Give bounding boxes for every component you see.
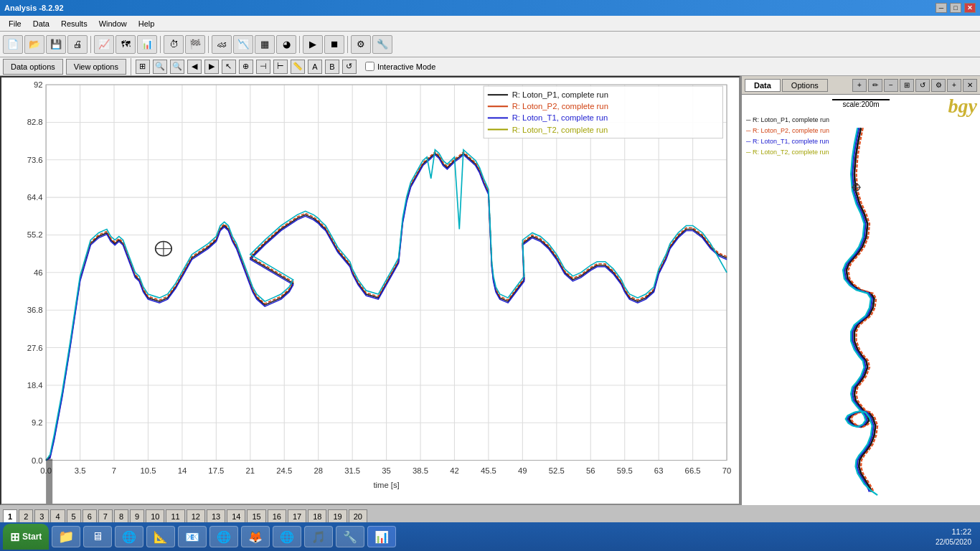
map-scale: scale:200m — [832, 99, 890, 108]
map-legend-item-p2: ─ R: Loton_P2, complete run — [746, 126, 829, 136]
tab-13[interactable]: 13 — [207, 509, 225, 522]
svg-text:R: Loton_P1, complete run: R: Loton_P1, complete run — [512, 91, 608, 99]
config2-button[interactable]: 🔧 — [372, 35, 392, 54]
rp-zoom-fit-button[interactable]: ⊞ — [900, 79, 914, 92]
window-title: Analysis -8.2.92 — [4, 4, 64, 12]
svg-text:17.5: 17.5 — [208, 466, 224, 474]
ref-button[interactable]: ⊕ — [239, 60, 253, 74]
taskbar-app-firefox[interactable]: 🦊 — [241, 526, 270, 547]
interactive-mode-area: Interactive Mode — [365, 62, 435, 71]
interactive-mode-checkbox[interactable] — [365, 62, 374, 71]
menu-file[interactable]: File — [3, 18, 27, 29]
tab-8[interactable]: 8 — [114, 509, 128, 522]
taskbar-app-browser2[interactable]: 🌐 — [209, 526, 238, 547]
pan-left-button[interactable]: ◀ — [187, 60, 202, 74]
checkered-button[interactable]: 🏁 — [185, 35, 205, 54]
maximize-button[interactable]: □ — [950, 3, 961, 13]
menu-data[interactable]: Data — [27, 18, 55, 29]
bar2-button[interactable]: ▦ — [255, 35, 275, 54]
close-button[interactable]: ✕ — [964, 3, 976, 13]
tab-20[interactable]: 20 — [349, 509, 367, 522]
data-options-button[interactable]: Data options — [3, 59, 63, 75]
line-chart-button[interactable]: 📈 — [94, 35, 114, 54]
tab-10[interactable]: 10 — [146, 509, 164, 522]
rp-add-button[interactable]: + — [947, 79, 961, 92]
start-button[interactable]: ⊞ Start — [3, 524, 49, 550]
taskbar-right: 11:22 22/05/2020 — [936, 527, 977, 546]
timer-button[interactable]: ⏱ — [164, 35, 184, 54]
taskbar-app-explorer[interactable]: 🖥 — [83, 526, 112, 547]
right-panel-options-tab[interactable]: Options — [782, 79, 828, 92]
tab-1[interactable]: 1 — [3, 509, 17, 522]
taskbar-analysis-app[interactable]: 📊 — [367, 526, 396, 547]
play-button[interactable]: ▶ — [303, 35, 323, 54]
open-button[interactable]: 📂 — [24, 35, 44, 54]
config-button[interactable]: ⚙ — [351, 35, 371, 54]
rp-header-row: Data Options + ✏ − ⊞ ↺ ⚙ + ✕ — [742, 76, 980, 95]
save-button[interactable]: 💾 — [46, 35, 66, 54]
tab-3[interactable]: 3 — [34, 509, 49, 522]
map-area[interactable]: scale:200m ─ R: Loton_P1, complete run ─… — [742, 95, 980, 505]
menu-window[interactable]: Window — [93, 18, 133, 29]
svg-text:56: 56 — [586, 466, 595, 474]
tab-14[interactable]: 14 — [227, 509, 245, 522]
rp-controls: + ✏ − ⊞ ↺ ⚙ + ✕ — [852, 79, 977, 92]
track-button[interactable]: 🏎 — [212, 35, 232, 54]
minimize-button[interactable]: ─ — [936, 3, 947, 13]
tab-15[interactable]: 15 — [247, 509, 265, 522]
zoom-in-button[interactable]: 🔍 — [153, 60, 167, 74]
cursor-button[interactable]: ↖ — [222, 60, 236, 74]
tab-4[interactable]: 4 — [50, 509, 65, 522]
new-button[interactable]: 📄 — [3, 35, 23, 54]
menu-results[interactable]: Results — [55, 18, 93, 29]
lock-button[interactable]: ⊢ — [273, 60, 288, 74]
rp-edit-button[interactable]: ✏ — [868, 79, 882, 92]
tab-16[interactable]: 16 — [268, 509, 286, 522]
tab-12[interactable]: 12 — [187, 509, 205, 522]
rp-zoom-out-button[interactable]: − — [884, 79, 898, 92]
tab-17[interactable]: 17 — [288, 509, 306, 522]
stop-button[interactable]: ⏹ — [324, 35, 344, 54]
pan-right-button[interactable]: ▶ — [204, 60, 219, 74]
ab-button[interactable]: ↺ — [342, 60, 357, 74]
tab-5[interactable]: 5 — [67, 509, 81, 522]
rp-zoom-in-button[interactable]: + — [852, 79, 867, 92]
tab-19[interactable]: 19 — [328, 509, 347, 522]
measure-button[interactable]: 📏 — [291, 60, 305, 74]
taskbar-app-settings[interactable]: 🔧 — [336, 526, 364, 547]
graph2-button[interactable]: 📉 — [233, 35, 253, 54]
rp-close-button[interactable]: ✕ — [963, 79, 977, 92]
tab-6[interactable]: 6 — [83, 509, 97, 522]
taskbar-app-mail[interactable]: 📧 — [178, 526, 207, 547]
tab-9[interactable]: 9 — [130, 509, 144, 522]
bar-chart-button[interactable]: 📊 — [137, 35, 157, 54]
map-button[interactable]: 🗺 — [116, 35, 136, 54]
rp-refresh-button[interactable]: ↺ — [915, 79, 930, 92]
zoom-fit-button[interactable]: ⊞ — [136, 60, 150, 74]
svg-text:49: 49 — [518, 466, 527, 474]
b-button[interactable]: B — [325, 60, 339, 74]
menu-help[interactable]: Help — [133, 18, 161, 29]
taskbar-app-folder[interactable]: 📁 — [52, 526, 80, 547]
svg-text:28: 28 — [314, 466, 323, 474]
taskbar-app-vlc[interactable]: 🎵 — [304, 526, 333, 547]
rp-config-button[interactable]: ⚙ — [931, 79, 946, 92]
tab-18[interactable]: 18 — [308, 509, 326, 522]
right-panel-data-tab[interactable]: Data — [745, 79, 781, 92]
view-options-button[interactable]: View options — [66, 59, 126, 75]
snap-button[interactable]: ⊣ — [256, 60, 270, 74]
tab-2[interactable]: 2 — [19, 509, 33, 522]
tab-7[interactable]: 7 — [98, 509, 113, 522]
pie-button[interactable]: ◕ — [276, 35, 296, 54]
taskbar-app-ie[interactable]: 🌐 — [115, 526, 143, 547]
taskbar-app-chrome[interactable]: 🌐 — [273, 526, 301, 547]
sub-toolbar: Data options View options ⊞ 🔍 🔍 ◀ ▶ ↖ ⊕ … — [0, 57, 980, 76]
zoom-out-button[interactable]: 🔍 — [170, 60, 184, 74]
print-button[interactable]: 🖨 — [67, 35, 88, 54]
chart-panel[interactable]: WheelSpLF [mph] — [0, 76, 740, 505]
taskbar-app-calc[interactable]: 📐 — [146, 526, 175, 547]
a-button[interactable]: A — [308, 60, 322, 74]
svg-text:46: 46 — [34, 268, 43, 276]
svg-text:R: Loton_T1, complete run: R: Loton_T1, complete run — [512, 114, 608, 122]
tab-11[interactable]: 11 — [166, 509, 184, 522]
